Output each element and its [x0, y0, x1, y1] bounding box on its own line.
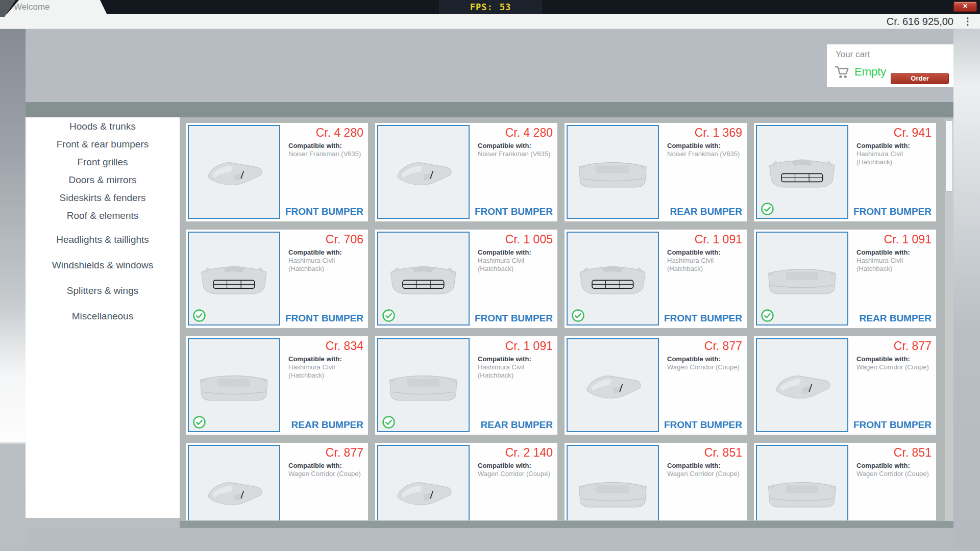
- bumper-image: [196, 247, 272, 310]
- bumper-image: [196, 461, 272, 520]
- bumper-image: [385, 461, 461, 520]
- product-card[interactable]: Cr. 706 Compatible with: Hashimura Civil…: [186, 230, 368, 328]
- product-price: Cr. 1 369: [695, 126, 742, 140]
- compatibility-label: Compatible with:: [667, 142, 745, 150]
- sidebar-item-roof-elements[interactable]: Roof & elements: [26, 207, 180, 224]
- part-type-label: REAR BUMPER: [860, 313, 932, 324]
- compatibility-label: Compatible with:: [856, 248, 934, 257]
- menu-dots-icon[interactable]: ⋮: [963, 14, 973, 29]
- product-price: Cr. 851: [894, 446, 932, 460]
- product-price: Cr. 877: [326, 446, 363, 460]
- product-thumbnail: [756, 338, 848, 432]
- sidebar-item-front-rear-bumpers[interactable]: Front & rear bumpers: [26, 135, 180, 153]
- sidebar-item-front-grilles[interactable]: Front grilles: [26, 153, 180, 171]
- compatibility-vehicle: Wagen Corridor (Coupe): [667, 470, 745, 478]
- sidebar-item-hoods-trunks[interactable]: Hoods & trunks: [26, 117, 180, 135]
- compatibility-vehicle-2: (Hatchback): [856, 265, 934, 273]
- background-gradient-left: [0, 29, 26, 551]
- compatibility-vehicle: Hashimura Civil: [856, 150, 934, 158]
- compatibility-block: Compatible with: Noiser Frankman (V635): [478, 142, 555, 158]
- bumper-image: [764, 141, 840, 203]
- product-card[interactable]: Cr. 2 140 Compatible with: Wagen Corrido…: [375, 443, 557, 520]
- product-card[interactable]: Cr. 1 091 Compatible with: Hashimura Civ…: [754, 230, 936, 328]
- credits-balance: Cr. 616 925,00: [887, 14, 953, 29]
- compatibility-label: Compatible with:: [288, 355, 366, 363]
- product-thumbnail: [756, 445, 848, 520]
- owned-check-icon: [571, 309, 585, 322]
- title-bar: FPS: 53 ✕: [0, 0, 980, 14]
- sidebar-item-splitters-wings[interactable]: Splitters & wings: [26, 278, 180, 304]
- product-card[interactable]: Cr. 851 Compatible with: Wagen Corridor …: [754, 443, 936, 520]
- compatibility-label: Compatible with:: [288, 248, 366, 257]
- compatibility-vehicle: Noiser Frankman (V635): [288, 150, 366, 158]
- compatibility-vehicle: Noiser Frankman (V635): [478, 150, 555, 158]
- close-button[interactable]: ✕: [953, 2, 977, 12]
- compatibility-vehicle-2: (Hatchback): [667, 265, 745, 273]
- sidebar-item-headlights-taillights[interactable]: Headlights & taillights: [26, 227, 180, 253]
- sidebar-item-miscellaneous[interactable]: Miscellaneous: [26, 304, 180, 329]
- product-thumbnail: [377, 445, 470, 520]
- product-card[interactable]: Cr. 877 Compatible with: Wagen Corridor …: [754, 336, 936, 435]
- compatibility-vehicle: Hashimura Civil: [478, 363, 555, 371]
- product-grid: Cr. 4 280 Compatible with: Noiser Frankm…: [186, 123, 936, 520]
- bumper-image: [764, 247, 840, 310]
- bumper-image: [575, 247, 651, 310]
- bumper-image: [196, 141, 272, 203]
- compatibility-block: Compatible with: Hashimura Civil (Hatchb…: [856, 142, 934, 166]
- compatibility-vehicle-2: (Hatchback): [288, 371, 366, 380]
- product-card[interactable]: Cr. 1 091 Compatible with: Hashimura Civ…: [565, 230, 747, 328]
- compatibility-vehicle-2: (Hatchback): [288, 265, 366, 273]
- fps-counter: FPS: 53: [439, 0, 542, 14]
- product-card[interactable]: Cr. 877 Compatible with: Wagen Corridor …: [186, 443, 368, 520]
- product-card[interactable]: Cr. 1 369 Compatible with: Noiser Frankm…: [565, 123, 747, 221]
- compatibility-block: Compatible with: Hashimura Civil (Hatchb…: [856, 248, 934, 273]
- compatibility-label: Compatible with:: [478, 248, 555, 257]
- product-card[interactable]: Cr. 4 280 Compatible with: Noiser Frankm…: [375, 123, 557, 221]
- compatibility-vehicle: Hashimura Civil: [478, 257, 555, 265]
- compatibility-vehicle-2: (Hatchback): [478, 371, 555, 380]
- compatibility-vehicle: Wagen Corridor (Coupe): [667, 363, 745, 371]
- compatibility-vehicle: Hashimura Civil: [667, 257, 745, 265]
- compatibility-block: Compatible with: Wagen Corridor (Coupe): [667, 462, 745, 478]
- product-price: Cr. 1 005: [505, 233, 553, 246]
- part-type-label: FRONT BUMPER: [853, 206, 932, 217]
- product-price: Cr. 4 280: [316, 126, 363, 140]
- owned-check-icon: [761, 202, 774, 216]
- product-price: Cr. 834: [326, 339, 363, 353]
- bumper-image: [575, 354, 651, 416]
- part-type-label: FRONT BUMPER: [285, 313, 363, 324]
- product-thumbnail: [188, 125, 280, 219]
- sidebar-item-doors-mirrors[interactable]: Doors & mirrors: [26, 171, 180, 189]
- bumper-image: [385, 354, 461, 416]
- product-thumbnail: [567, 125, 659, 219]
- shop-scrollbar: [945, 119, 953, 521]
- product-card[interactable]: Cr. 1 091 Compatible with: Hashimura Civ…: [375, 336, 557, 435]
- product-card[interactable]: Cr. 941 Compatible with: Hashimura Civil…: [754, 123, 936, 221]
- owned-check-icon: [761, 309, 774, 322]
- product-card[interactable]: Cr. 851 Compatible with: Wagen Corridor …: [565, 443, 747, 520]
- product-thumbnail: [377, 125, 470, 219]
- product-card[interactable]: Cr. 4 280 Compatible with: Noiser Frankm…: [186, 123, 368, 221]
- compatibility-block: Compatible with: Hashimura Civil (Hatchb…: [478, 355, 555, 380]
- order-button[interactable]: Order: [891, 73, 949, 84]
- part-type-label: REAR BUMPER: [481, 419, 553, 431]
- product-thumbnail: [567, 338, 659, 432]
- cart-panel: Your cart Empty Order: [827, 44, 953, 87]
- product-card[interactable]: Cr. 1 005 Compatible with: Hashimura Civ…: [375, 230, 557, 328]
- scrollbar-thumb[interactable]: [945, 120, 953, 192]
- compatibility-vehicle: Noiser Frankman (V635): [667, 150, 745, 158]
- product-card[interactable]: Cr. 877 Compatible with: Wagen Corridor …: [565, 336, 747, 435]
- sidebar-item-sideskirts-fenders[interactable]: Sideskirts & fenders: [26, 189, 180, 207]
- toolbar: Cr. 616 925,00 ⋮: [0, 14, 980, 29]
- compatibility-vehicle-2: (Hatchback): [478, 265, 555, 273]
- compatibility-label: Compatible with:: [667, 355, 745, 363]
- product-card[interactable]: Cr. 834 Compatible with: Hashimura Civil…: [186, 336, 368, 435]
- sidebar-item-windshields-windows[interactable]: Windshields & windows: [26, 253, 180, 278]
- compatibility-label: Compatible with:: [288, 142, 366, 150]
- bumper-image: [385, 247, 461, 310]
- compatibility-vehicle: Hashimura Civil: [288, 363, 366, 371]
- shopping-cart-icon: [834, 65, 850, 80]
- cart-title: Your cart: [836, 49, 870, 60]
- compatibility-block: Compatible with: Wagen Corridor (Coupe): [288, 462, 366, 478]
- product-price: Cr. 1 091: [695, 233, 742, 246]
